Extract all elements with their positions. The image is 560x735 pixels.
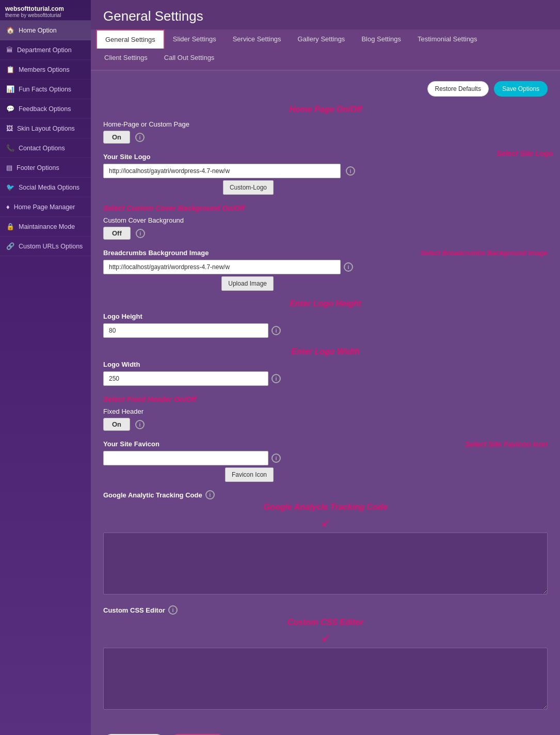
sidebar-item-social-media-options[interactable]: 🐦 Social Media Options: [0, 178, 91, 197]
home-page-manager-icon: ♦: [6, 203, 10, 211]
fixed-header-label: Fixed Header: [103, 408, 548, 415]
sidebar-item-home-page-manager[interactable]: ♦ Home Page Manager: [0, 197, 91, 217]
members-icon: 📋: [6, 66, 14, 73]
content-area: Restore Defaults Save Options Home Page …: [91, 71, 560, 735]
sidebar-item-maintainance-mode[interactable]: 🔒 Maintainance Mode: [0, 217, 91, 237]
logo-height-input-row: i: [103, 323, 548, 338]
custom-cover-info-icon[interactable]: i: [136, 229, 145, 238]
logo-width-input[interactable]: [103, 371, 268, 386]
tab-call-out-settings[interactable]: Call Out Settings: [156, 49, 223, 67]
favicon-input[interactable]: [103, 451, 268, 465]
brand-name: websofttoturial.com: [5, 5, 86, 12]
home-page-toggle-button[interactable]: On: [103, 131, 130, 144]
tab-general-settings[interactable]: General Settings: [96, 29, 165, 49]
tab-client-settings[interactable]: Client Settings: [96, 49, 156, 67]
google-analytics-textarea[interactable]: [103, 533, 548, 595]
upload-image-button[interactable]: Upload Image: [221, 276, 274, 291]
home-page-info-icon[interactable]: i: [135, 133, 145, 142]
annotation-arrow-save: ↙: [539, 732, 548, 736]
home-page-toggle-section: Home-Page or Custom Page On i: [103, 120, 548, 144]
sidebar-item-label: Fun Facts Options: [19, 86, 71, 93]
annotation-save-wrap: Save ↙: [236, 731, 548, 736]
logo-height-info-icon[interactable]: i: [271, 326, 281, 335]
google-analytics-info-icon[interactable]: i: [205, 490, 215, 499]
fixed-header-info-icon[interactable]: i: [135, 420, 145, 429]
upload-image-btn-wrap: Upload Image: [103, 276, 274, 291]
annotation-logo-width: Enter Logo Width: [103, 347, 548, 358]
sidebar-item-label: Home Option: [19, 27, 57, 34]
tab-testimonial-settings[interactable]: Testimonial Settings: [409, 29, 486, 49]
sidebar-item-members-options[interactable]: 📋 Members Options: [0, 60, 91, 80]
logo-height-section: Logo Height i: [103, 312, 548, 338]
annotation-fixed-header: Select Fixed Header On/Off: [103, 395, 548, 405]
sidebar-item-label: Custom URLs Options: [19, 243, 83, 250]
favicon-info-icon[interactable]: i: [271, 453, 281, 463]
annotation-google-analytics: Google Analycle Tracking Code ↙: [103, 503, 548, 529]
favicon-icon-button[interactable]: Favicon Icon: [225, 467, 274, 482]
logo-width-input-row: i: [103, 371, 548, 386]
department-icon: 🏛: [6, 46, 13, 54]
social-media-icon: 🐦: [6, 183, 14, 191]
sidebar-item-fun-facts-options[interactable]: 📊 Fun Facts Options: [0, 80, 91, 99]
custom-css-section: Custom CSS Editor i Custom CSS Editor ↙: [103, 605, 548, 711]
favicon-icon-btn-wrap: Favicon Icon: [103, 467, 274, 482]
google-analytics-label: Google Analytic Tracking Code i: [103, 490, 548, 499]
sidebar-item-department-option[interactable]: 🏛 Department Option: [0, 40, 91, 60]
tab-slider-settings[interactable]: Slider Settings: [165, 29, 225, 49]
annotation-breadcrumbs: Select Breadcrumbs Background Image: [421, 249, 548, 259]
logo-height-input[interactable]: [103, 323, 268, 338]
tab-blog-settings[interactable]: Blog Settings: [353, 29, 409, 49]
sidebar-item-skin-layout-options[interactable]: 🖼 Skin Layout Options: [0, 119, 91, 138]
breadcrumbs-annotation-wrap: Breadcrumbs Background Image i Upload Im…: [103, 249, 548, 291]
home-icon: 🏠: [6, 26, 14, 34]
tab-gallery-settings[interactable]: Gallery Settings: [290, 29, 354, 49]
sidebar-item-footer-options[interactable]: ▤ Footer Options: [0, 158, 91, 178]
sidebar-item-feedback-options[interactable]: 💬 Feedback Options: [0, 99, 91, 119]
sidebar-item-contact-options[interactable]: 📞 Contact Options: [0, 138, 91, 158]
breadcrumbs-info-icon[interactable]: i: [344, 262, 353, 272]
breadcrumbs-input[interactable]: [103, 260, 341, 274]
logo-width-section: Logo Width i: [103, 361, 548, 386]
custom-cover-label: Custom Cover Background: [103, 216, 548, 224]
sidebar: websofttoturial.com theme by websofttotu…: [0, 0, 91, 735]
custom-urls-icon: 🔗: [6, 242, 14, 250]
annotation-custom-cover: Select Custom Cover Background On/Off: [103, 204, 548, 214]
custom-css-info-icon[interactable]: i: [168, 605, 178, 615]
annotation-custom-css: Custom CSS Editor ↙: [103, 618, 548, 645]
site-logo-input[interactable]: [103, 164, 341, 178]
contact-icon: 📞: [6, 144, 14, 152]
brand-sub: theme by websofttoturial: [5, 12, 86, 18]
tabs-row-2: Client Settings Call Out Settings: [91, 49, 560, 71]
favicon-annotation-wrap: Your Site Favicon i Favicon Icon Select …: [103, 440, 548, 482]
fixed-header-toggle-button[interactable]: On: [103, 418, 130, 431]
custom-logo-btn-wrap: Custom-Logo: [103, 180, 274, 195]
sidebar-item-label: Skin Layout Options: [17, 125, 75, 132]
home-page-toggle-wrap: On i: [103, 131, 548, 144]
favicon-input-row: i: [103, 451, 455, 465]
custom-cover-toggle-wrap: Off i: [103, 227, 548, 240]
annotation-logo-height: Enter Logo Height: [103, 299, 548, 310]
favicon-section: Your Site Favicon i Favicon Icon: [103, 440, 455, 482]
custom-logo-button[interactable]: Custom-Logo: [223, 180, 274, 195]
sidebar-brand: websofttoturial.com theme by websofttotu…: [0, 0, 91, 21]
custom-cover-toggle-button[interactable]: Off: [103, 227, 131, 240]
top-actions: Restore Defaults Save Options: [103, 81, 548, 97]
sidebar-item-home-option[interactable]: 🏠 Home Option: [0, 21, 91, 40]
fixed-header-section: Fixed Header On i: [103, 408, 548, 431]
home-page-label: Home-Page or Custom Page: [103, 120, 548, 128]
annotation-home-page-onoff: Home Page On/Off: [103, 105, 548, 116]
site-logo-info-icon[interactable]: i: [346, 166, 355, 176]
logo-width-info-icon[interactable]: i: [271, 374, 281, 383]
tab-service-settings[interactable]: Service Settings: [225, 29, 290, 49]
save-options-button-top[interactable]: Save Options: [494, 81, 548, 97]
restore-defaults-button-top[interactable]: Restore Defaults: [427, 81, 489, 97]
logo-width-label: Logo Width: [103, 361, 548, 368]
custom-css-textarea[interactable]: [103, 648, 548, 710]
sidebar-item-custom-urls-options[interactable]: 🔗 Custom URLs Options: [0, 237, 91, 256]
google-analytics-section: Google Analytic Tracking Code i Google A…: [103, 490, 548, 596]
breadcrumbs-label: Breadcrumbs Background Image: [103, 249, 410, 257]
sidebar-item-label: Feedback Options: [19, 105, 71, 113]
annotation-arrow-css: ↙: [103, 631, 548, 645]
annotation-select-site-logo: Select Site Logo: [497, 149, 553, 158]
sidebar-item-label: Contact Options: [19, 145, 65, 152]
